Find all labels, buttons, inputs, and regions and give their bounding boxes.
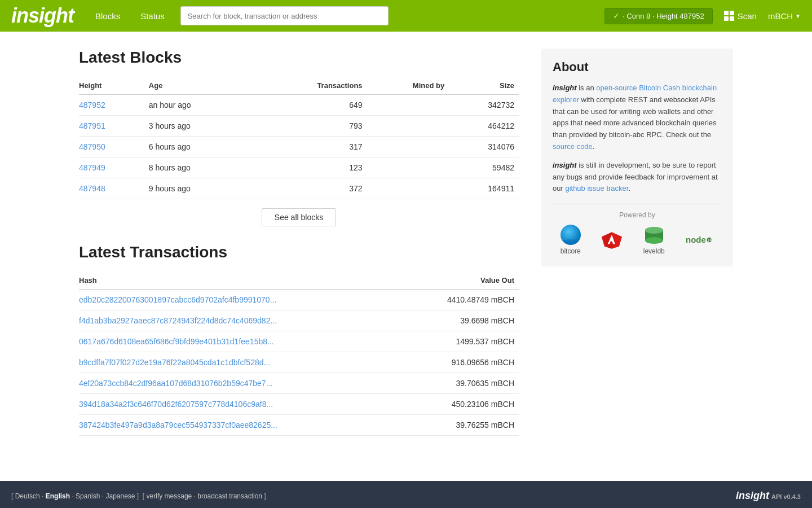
col-value-out: Value Out <box>404 273 519 290</box>
tx-hash-link[interactable]: b9cdffa7f07f027d2e19a76f22a8045cda1c1dbf… <box>79 358 270 367</box>
chevron-down-icon: ▼ <box>795 13 801 19</box>
powered-by-label: Powered by <box>553 211 722 219</box>
verify-message-link[interactable]: verify message <box>147 492 192 500</box>
svg-text:node: node <box>686 235 706 244</box>
powered-by-section: Powered by bitcore <box>553 204 722 255</box>
svg-point-7 <box>645 227 663 234</box>
block-mined-by <box>367 178 449 199</box>
svg-point-6 <box>645 237 663 244</box>
footer-links: [ Deutsch · English · Spanish · Japanese… <box>11 492 266 500</box>
tx-hash-link[interactable]: 394d18a34a2f3c646f70d62f6207597c778d4106… <box>79 400 273 409</box>
block-transactions: 317 <box>254 137 367 157</box>
block-height-link[interactable]: 487948 <box>79 184 105 193</box>
about-title: About <box>553 60 722 75</box>
table-row: 4ef20a73ccb84c2df96aa107d68d31076b2b59c4… <box>79 373 519 394</box>
table-row: 487951 3 hours ago 793 464212 <box>79 116 519 137</box>
table-row: 487948 9 hours ago 372 164911 <box>79 178 519 199</box>
lang-english[interactable]: English <box>46 492 70 500</box>
nodejs-logo: node j s <box>686 231 714 248</box>
about-box: About insight is an open-source Bitcoin … <box>541 49 733 266</box>
block-mined-by <box>367 95 449 116</box>
block-transactions: 372 <box>254 178 367 199</box>
block-age: an hour ago <box>149 95 254 116</box>
footer: [ Deutsch · English · Spanish · Japanese… <box>0 481 812 508</box>
col-hash: Hash <box>79 273 404 290</box>
tx-value-out: 450.23106 mBCH <box>404 394 519 415</box>
table-row: 487949 8 hours ago 123 59482 <box>79 157 519 178</box>
bitcore-icon <box>561 225 581 245</box>
broadcast-transaction-link[interactable]: broadcast transaction <box>197 492 262 500</box>
bitcore-logo: bitcore <box>561 225 581 255</box>
conn-label: · Conn 8 · Height 487952 <box>623 12 704 20</box>
table-row: b9cdffa7f07f027d2e19a76f22a8045cda1c1dbf… <box>79 352 519 373</box>
brand-name-1: insight <box>553 84 577 92</box>
block-age: 8 hours ago <box>149 157 254 178</box>
blocks-table: Height Age Transactions Mined by Size 48… <box>79 78 519 199</box>
brand-logo: insight <box>11 4 74 28</box>
tx-value-out: 39.76255 mBCH <box>404 415 519 436</box>
table-row: edb20c282200763001897cabcc6d9702afc4fb99… <box>79 290 519 310</box>
navbar: insight Blocks Status ✓ · Conn 8 · Heigh… <box>0 0 812 32</box>
table-row: 387424b3fe497a9d3a8a79cec554937337cf0aee… <box>79 415 519 436</box>
svg-text:s: s <box>710 238 712 242</box>
lang-deutsch[interactable]: Deutsch <box>15 492 40 500</box>
tx-hash-link[interactable]: f4d1ab3ba2927aaec87c8724943f224d8dc74c40… <box>79 316 277 325</box>
nav-blocks[interactable]: Blocks <box>91 9 125 23</box>
table-row: 487952 an hour ago 649 342732 <box>79 95 519 116</box>
tx-value-out: 916.09656 mBCH <box>404 352 519 373</box>
nav-status[interactable]: Status <box>136 9 169 23</box>
block-height-link[interactable]: 487951 <box>79 121 105 130</box>
brand-name-2: insight <box>553 161 577 169</box>
latest-blocks-title: Latest Blocks <box>79 49 519 67</box>
nodejs-icon: node j s <box>686 231 714 248</box>
tx-value-out: 1499.537 mBCH <box>404 331 519 352</box>
tx-hash-link[interactable]: 4ef20a73ccb84c2df96aa107d68d31076b2b59c4… <box>79 379 272 388</box>
block-height-link[interactable]: 487949 <box>79 163 105 172</box>
source-code-link[interactable]: source code <box>553 142 593 151</box>
block-transactions: 649 <box>254 95 367 116</box>
block-height-link[interactable]: 487952 <box>79 100 105 110</box>
block-size: 314076 <box>449 137 519 157</box>
col-mined-by: Mined by <box>367 78 449 95</box>
content-area: Latest Blocks Height Age Transactions Mi… <box>79 49 519 441</box>
table-row: 487950 6 hours ago 317 314076 <box>79 137 519 157</box>
table-row: 0617a676d6108ea65f686cf9bfd99e401b31d1fe… <box>79 331 519 352</box>
block-age: 9 hours ago <box>149 178 254 199</box>
tx-hash-link[interactable]: edb20c282200763001897cabcc6d9702afc4fb99… <box>79 295 276 304</box>
block-height-link[interactable]: 487950 <box>79 142 105 151</box>
col-transactions: Transactions <box>254 78 367 95</box>
lang-japanese[interactable]: Japanese <box>105 492 135 500</box>
search-input[interactable] <box>180 6 389 25</box>
block-mined-by <box>367 137 449 157</box>
angular-logo <box>602 230 622 250</box>
tx-hash-link[interactable]: 387424b3fe497a9d3a8a79cec554937337cf0aee… <box>79 421 277 430</box>
block-mined-by <box>367 157 449 178</box>
sidebar: About insight is an open-source Bitcoin … <box>541 49 733 441</box>
see-all-blocks-button[interactable]: See all blocks <box>262 208 336 226</box>
github-issue-link[interactable]: github issue tracker <box>565 184 628 192</box>
block-size: 342732 <box>449 95 519 116</box>
currency-dropdown[interactable]: mBCH ▼ <box>768 11 801 21</box>
tx-value-out: 39.6698 mBCH <box>404 310 519 331</box>
connection-badge[interactable]: ✓ · Conn 8 · Height 487952 <box>604 8 713 24</box>
block-age: 6 hours ago <box>149 137 254 157</box>
col-age: Age <box>149 78 254 95</box>
footer-api-version: API v0.4.3 <box>771 493 801 500</box>
about-text-1: insight is an open-source Bitcoin Cash b… <box>553 82 722 153</box>
block-transactions: 793 <box>254 116 367 137</box>
scan-button[interactable]: Scan <box>724 11 757 21</box>
table-row: 394d18a34a2f3c646f70d62f6207597c778d4106… <box>79 394 519 415</box>
leveldb-logo: leveldb <box>643 225 665 255</box>
block-mined-by <box>367 116 449 137</box>
bracket-open: [ <box>11 492 15 500</box>
about-text-2: insight is still in development, so be s… <box>553 160 722 195</box>
leveldb-icon <box>644 225 664 245</box>
col-size: Size <box>449 78 519 95</box>
angular-icon <box>602 230 622 250</box>
tx-hash-link[interactable]: 0617a676d6108ea65f686cf9bfd99e401b31d1fe… <box>79 337 274 346</box>
main-container: Latest Blocks Height Age Transactions Mi… <box>68 32 744 458</box>
lang-spanish[interactable]: Spanish <box>76 492 100 500</box>
col-height: Height <box>79 78 149 95</box>
block-transactions: 123 <box>254 157 367 178</box>
scan-icon <box>724 11 734 21</box>
